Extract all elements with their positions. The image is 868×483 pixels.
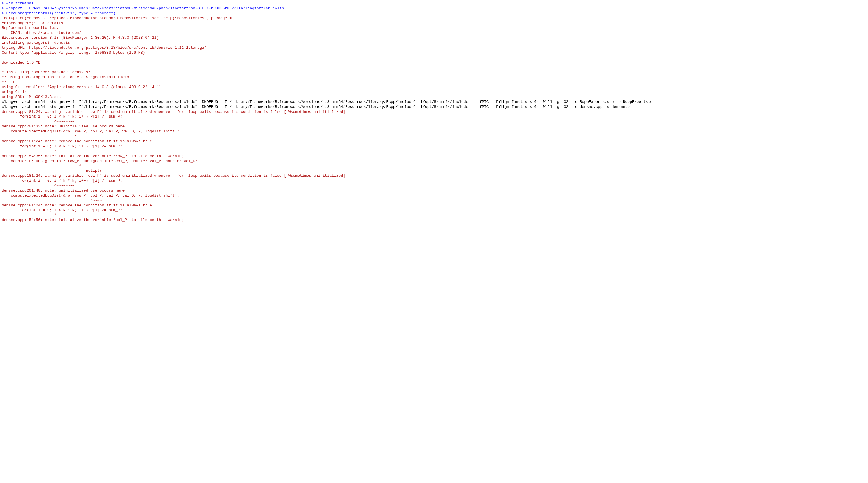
console-line: ^~~~~ xyxy=(2,198,866,203)
message-text: using SDK: 'MacOSX13.3.sdk' xyxy=(2,95,63,99)
message-text: using C++ compiler: 'Apple clang version… xyxy=(2,85,163,89)
console-line: densne.cpp:181:24: note: remove the cond… xyxy=(2,139,866,144)
message-text: densne.cpp:181:24: warning: variable 'ro… xyxy=(2,110,345,114)
console-line: densne.cpp:201:33: note: uninitialized u… xyxy=(2,124,866,129)
console-line: Installing package(s) 'densvis' xyxy=(2,40,866,46)
console-line xyxy=(2,65,866,70)
console-line: Replacement repositories: xyxy=(2,26,866,31)
message-text: densne.cpp:181:24: note: remove the cond… xyxy=(2,203,152,208)
message-text: ^~~~~~~~~ xyxy=(2,149,75,153)
console-line: using SDK: 'MacOSX13.3.sdk' xyxy=(2,95,866,100)
console-line: using C++ compiler: 'Apple clang version… xyxy=(2,85,866,90)
message-text: double* P; unsigned int* row_P; unsigned… xyxy=(2,159,197,163)
message-text: = nullptr xyxy=(2,169,102,173)
message-text: ========================================… xyxy=(2,55,116,60)
console-line: ^~~~~ xyxy=(2,134,866,139)
console-line: double* P; unsigned int* row_P; unsigned… xyxy=(2,159,866,164)
console-line: for(int i = 0; i < N * N; i++) P[i] /= s… xyxy=(2,144,866,149)
message-text: ^~~~~~~~~ xyxy=(2,183,75,188)
console-line: CRAN: https://cran.rstudio.com/ xyxy=(2,31,866,36)
console-line: "BiocManager")' for details. xyxy=(2,21,866,26)
message-text: ^~~~~~~~~ xyxy=(2,119,75,124)
input-text: BiocManager::install("densvis", type = "… xyxy=(6,11,116,16)
console-line: ** using non-staged installation via Sta… xyxy=(2,75,866,80)
console-line: ^~~~~~~~~ xyxy=(2,213,866,218)
console-line: densne.cpp:181:24: warning: variable 'ro… xyxy=(2,110,866,115)
console-line: for(int i = 0; i < N * N; i++) P[i] /= s… xyxy=(2,179,866,183)
console-line: * installing *source* package 'densvis' … xyxy=(2,70,866,75)
console-line: 'getOption("repos")' replaces Bioconduct… xyxy=(2,16,866,21)
message-text: ^~~~~ xyxy=(2,198,102,203)
console-line: densne.cpp:181:24: warning: variable 'co… xyxy=(2,174,866,179)
message-text: Bioconductor version 3.18 (BiocManager 1… xyxy=(2,36,159,40)
console-line: for(int i = 0; i < N * N; i++) P[i] /= s… xyxy=(2,208,866,213)
message-text: using C++14 xyxy=(2,90,27,94)
prompt-symbol: > xyxy=(2,6,6,10)
message-text: densne.cpp:154:56: note: initialize the … xyxy=(2,218,184,222)
console-line: clang++ -arch arm64 -std=gnu++14 -I"/Lib… xyxy=(2,100,866,105)
console-line: ** libs xyxy=(2,80,866,85)
console-line: using C++14 xyxy=(2,90,866,95)
console-line: densne.cpp:154:56: note: initialize the … xyxy=(2,218,866,223)
message-text: ^~~~~~~~~ xyxy=(2,213,75,217)
message-text: densne.cpp:181:24: warning: variable 'co… xyxy=(2,174,345,178)
message-text: ** libs xyxy=(2,80,18,84)
message-text: for(int i = 0; i < N * N; i++) P[i] /= s… xyxy=(2,144,122,148)
message-text xyxy=(2,65,4,70)
r-console-output[interactable]: > #in terminal> #export LIBRARY_PATH=/Sy… xyxy=(0,0,868,224)
message-text: Installing package(s) 'densvis' xyxy=(2,40,72,45)
console-line: = nullptr xyxy=(2,169,866,174)
message-text: "BiocManager")' for details. xyxy=(2,21,65,25)
message-text: trying URL 'https://bioconductor.org/pac… xyxy=(2,46,207,50)
console-line: > #in terminal xyxy=(2,1,866,6)
message-text: * installing *source* package 'densvis' … xyxy=(2,70,99,74)
console-line: > #export LIBRARY_PATH=/System/Volumes/D… xyxy=(2,6,866,11)
console-line: trying URL 'https://bioconductor.org/pac… xyxy=(2,46,866,51)
console-line: computeExpectedLogDist(&ro, row_P, col_P… xyxy=(2,193,866,198)
message-text: ^ xyxy=(2,163,82,168)
compiler-output: clang++ -arch arm64 -std=gnu++14 -I"/Lib… xyxy=(2,105,630,109)
console-line: ^~~~~~~~~ xyxy=(2,119,866,124)
prompt-symbol: > xyxy=(2,1,6,5)
console-line: densne.cpp:154:35: note: initialize the … xyxy=(2,154,866,159)
console-line: Content type 'application/x-gzip' length… xyxy=(2,51,866,55)
message-text: ** using non-staged installation via Sta… xyxy=(2,75,129,79)
console-line: computeExpectedLogDist(&ro, row_P, col_P… xyxy=(2,129,866,134)
console-line: densne.cpp:181:24: note: remove the cond… xyxy=(2,203,866,208)
message-text: Replacement repositories: xyxy=(2,26,59,30)
message-text: CRAN: https://cran.rstudio.com/ xyxy=(2,31,82,35)
input-text: #export LIBRARY_PATH=/System/Volumes/Dat… xyxy=(6,6,284,10)
message-text: densne.cpp:181:24: note: remove the cond… xyxy=(2,139,152,144)
console-line: downloaded 1.6 MB xyxy=(2,60,866,65)
prompt-symbol: > xyxy=(2,11,6,16)
compiler-output: clang++ -arch arm64 -std=gnu++14 -I"/Lib… xyxy=(2,100,652,104)
message-text: densne.cpp:154:35: note: initialize the … xyxy=(2,154,184,158)
message-text: 'getOption("repos")' replaces Bioconduct… xyxy=(2,16,231,21)
console-line: for(int i = 0; i < N * N; i++) P[i] /= s… xyxy=(2,114,866,119)
message-text: for(int i = 0; i < N * N; i++) P[i] /= s… xyxy=(2,114,122,119)
console-line: densne.cpp:201:40: note: uninitialized u… xyxy=(2,188,866,193)
message-text: for(int i = 0; i < N * N; i++) P[i] /= s… xyxy=(2,179,122,183)
console-line: > BiocManager::install("densvis", type =… xyxy=(2,11,866,16)
message-text: ^~~~~ xyxy=(2,134,86,139)
message-text: downloaded 1.6 MB xyxy=(2,60,40,65)
message-text: Content type 'application/x-gzip' length… xyxy=(2,51,145,55)
input-text: #in terminal xyxy=(6,1,34,5)
console-line: clang++ -arch arm64 -std=gnu++14 -I"/Lib… xyxy=(2,105,866,110)
console-line: Bioconductor version 3.18 (BiocManager 1… xyxy=(2,36,866,40)
message-text: computeExpectedLogDist(&ro, row_P, col_P… xyxy=(2,193,179,198)
message-text: densne.cpp:201:33: note: uninitialized u… xyxy=(2,124,125,129)
console-line: ========================================… xyxy=(2,55,866,60)
message-text: densne.cpp:201:40: note: uninitialized u… xyxy=(2,188,125,193)
message-text: computeExpectedLogDist(&ro, row_P, col_P… xyxy=(2,129,179,133)
console-line: ^~~~~~~~~ xyxy=(2,183,866,188)
console-line: ^ xyxy=(2,163,866,169)
console-line: ^~~~~~~~~ xyxy=(2,149,866,154)
message-text: for(int i = 0; i < N * N; i++) P[i] /= s… xyxy=(2,208,122,212)
